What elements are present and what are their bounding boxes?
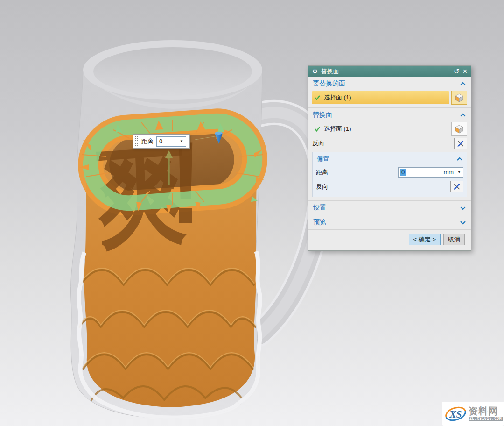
cube-icon — [455, 124, 464, 134]
dialog-footer: < 确定 > 取消 — [308, 230, 471, 250]
reverse-direction-button-2[interactable] — [450, 181, 463, 192]
ok-button[interactable]: < 确定 > — [409, 234, 441, 245]
cancel-button[interactable]: 取消 — [443, 234, 465, 245]
reverse-direction-row-1: 反向 — [308, 136, 471, 150]
select-face-label-1: 选择面 (1) — [324, 93, 351, 102]
distance-value: 0 — [400, 169, 406, 176]
select-face-row-2[interactable]: 选择面 (1) — [308, 121, 471, 136]
reverse-label-1: 反向 — [312, 139, 324, 148]
onscreen-distance-input[interactable]: 0 ▼ — [156, 136, 186, 147]
drag-grip[interactable] — [135, 135, 139, 147]
onscreen-distance-label: 距离 — [141, 137, 154, 146]
section-faces-to-replace-header[interactable]: 要替换的面 — [308, 77, 471, 90]
chevron-up-icon[interactable] — [460, 113, 466, 117]
dropdown-caret-icon[interactable]: ▼ — [457, 170, 461, 174]
reverse-direction-row-2: 反向 — [315, 179, 464, 194]
distance-unit: mm — [443, 169, 457, 176]
chevron-down-icon[interactable] — [460, 220, 466, 225]
onscreen-distance-box[interactable]: 距离 0 ▼ — [133, 134, 190, 149]
select-face-label-2: 选择面 (1) — [324, 125, 351, 133]
check-icon — [314, 95, 321, 100]
offset-header[interactable]: 偏置 — [315, 153, 464, 165]
reverse-direction-button-1[interactable] — [454, 138, 467, 149]
watermark: XS 资料网 ZL.XS1616.COM — [442, 402, 504, 426]
check-icon — [314, 126, 321, 132]
offset-panel: 偏置 距离 0 mm ▼ 反向 — [312, 152, 467, 197]
dialog-titlebar[interactable]: ⚙ 替换面 ↺ × — [308, 66, 471, 77]
watermark-site-url: ZL.XS1616.COM — [469, 417, 503, 421]
application-window: 爽 ! — [0, 0, 504, 426]
distance-label: 距离 — [316, 168, 328, 177]
watermark-logo-icon: XS — [444, 404, 468, 424]
distance-row: 距离 0 mm ▼ — [315, 165, 464, 179]
distance-input[interactable]: 0 mm ▼ — [398, 167, 463, 178]
section-replacement-face-header[interactable]: 替换面 — [308, 108, 471, 121]
face-filter-button-1[interactable] — [451, 91, 467, 105]
reverse-label-2: 反向 — [316, 183, 328, 191]
reverse-direction-icon — [453, 183, 461, 190]
chevron-down-icon[interactable] — [460, 206, 466, 210]
section-settings-bar[interactable]: 设置 — [308, 201, 471, 215]
chevron-up-icon[interactable] — [460, 82, 466, 86]
svg-text:XS: XS — [449, 408, 462, 419]
chevron-up-icon[interactable] — [456, 157, 463, 161]
cube-icon — [455, 93, 464, 102]
dropdown-caret-icon[interactable]: ▼ — [180, 139, 183, 143]
select-face-row-1[interactable]: 选择面 (1) — [308, 90, 471, 105]
dialog-title: 替换面 — [321, 67, 339, 76]
watermark-site-name: 资料网 — [469, 406, 503, 416]
reverse-direction-icon — [457, 140, 464, 147]
face-filter-button-2[interactable] — [451, 122, 467, 136]
reset-icon[interactable]: ↺ — [454, 68, 460, 75]
close-icon[interactable]: × — [463, 68, 467, 75]
replace-face-dialog: ⚙ 替换面 ↺ × 要替换的面 选择面 (1) — [308, 65, 471, 251]
gear-icon: ⚙ — [312, 68, 318, 74]
onscreen-distance-value: 0 — [159, 138, 162, 145]
section-preview-bar[interactable]: 预览 — [308, 215, 471, 229]
